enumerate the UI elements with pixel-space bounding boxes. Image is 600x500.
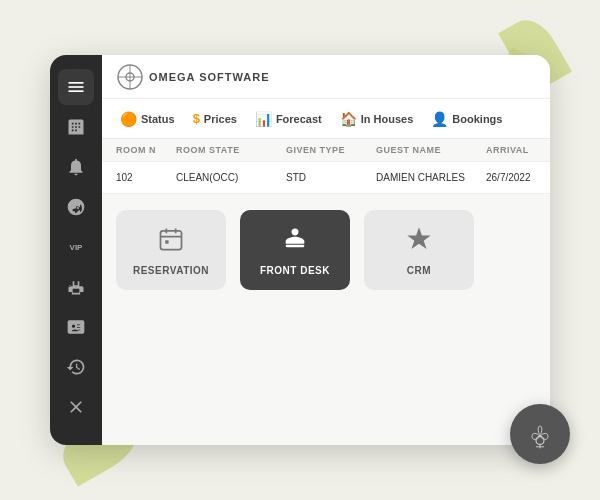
sidebar-item-menu[interactable]: [58, 69, 94, 105]
front-desk-label: FRONT DESK: [260, 265, 330, 276]
svg-rect-2: [69, 90, 84, 92]
action-crm[interactable]: CRM: [364, 210, 474, 290]
col-given-type: GIVEN TYPE: [286, 145, 376, 155]
prices-icon: $: [193, 111, 200, 126]
action-reservation[interactable]: RESERVATION: [116, 210, 226, 290]
svg-marker-12: [407, 227, 430, 249]
col-room-n: ROOM N: [116, 145, 176, 155]
table-header: ROOM N ROOM STATE GIVEN TYPE GUEST NAME …: [102, 139, 550, 162]
inhouses-icon: 🏠: [340, 111, 357, 127]
sidebar-item-vip[interactable]: VIP: [58, 229, 94, 265]
sidebar-item-history[interactable]: [58, 349, 94, 385]
front-desk-icon: [281, 225, 309, 259]
tab-forecast[interactable]: 📊 Forecast: [247, 105, 330, 133]
tab-prices-label: Prices: [204, 113, 237, 125]
app-window: VIP OMEGA SOFTWARE Ma: [50, 55, 550, 445]
main-content: OMEGA SOFTWARE Manager 🔔 👤 ℹ️ 🟠 Status $…: [102, 55, 550, 445]
sidebar-item-notifications[interactable]: [58, 149, 94, 185]
sidebar-item-close[interactable]: [58, 389, 94, 425]
table-row[interactable]: 102 CLEAN(OCC) STD DAMIEN CHARLES 26/7/2…: [102, 162, 550, 194]
tab-bookings[interactable]: 👤 Bookings: [423, 105, 510, 133]
tab-inhouses[interactable]: 🏠 In Houses: [332, 105, 422, 133]
actions-area: RESERVATION FRONT DESK CRM: [102, 194, 550, 298]
header-logo-text: OMEGA SOFTWARE: [149, 71, 270, 83]
reservation-label: RESERVATION: [133, 265, 209, 276]
svg-rect-1: [69, 86, 84, 88]
tab-bookings-label: Bookings: [452, 113, 502, 125]
action-front-desk[interactable]: FRONT DESK: [240, 210, 350, 290]
tab-status[interactable]: 🟠 Status: [112, 105, 183, 133]
tab-inhouses-label: In Houses: [361, 113, 414, 125]
reservation-icon: [157, 225, 185, 259]
header: OMEGA SOFTWARE Manager 🔔 👤 ℹ️: [102, 55, 550, 99]
crm-icon: [405, 225, 433, 259]
col-arrival: ARRIVAL: [486, 145, 550, 155]
crm-label: CRM: [407, 265, 431, 276]
bookings-icon: 👤: [431, 111, 448, 127]
nav-tabs: 🟠 Status $ Prices 📊 Forecast 🏠 In Houses…: [102, 99, 550, 139]
forecast-icon: 📊: [255, 111, 272, 127]
svg-rect-11: [286, 244, 305, 246]
bottom-buttons: Save Print: [102, 298, 550, 338]
tab-prices[interactable]: $ Prices: [185, 105, 245, 132]
sidebar-item-print[interactable]: [58, 269, 94, 305]
col-guest-name: GUEST NAME: [376, 145, 486, 155]
cell-room-n: 102: [116, 172, 176, 183]
logo-icon: [116, 63, 144, 91]
header-logo: OMEGA SOFTWARE: [116, 63, 550, 91]
sidebar-item-globe[interactable]: [58, 189, 94, 225]
col-room-state: ROOM STATE: [176, 145, 286, 155]
sidebar-item-id[interactable]: [58, 309, 94, 345]
cell-guest-name: DAMIEN CHARLES: [376, 172, 486, 183]
sidebar: VIP: [50, 55, 102, 445]
cell-room-state: CLEAN(OCC): [176, 172, 286, 183]
tab-status-label: Status: [141, 113, 175, 125]
cell-arrival: 26/7/2022: [486, 172, 550, 183]
tab-forecast-label: Forecast: [276, 113, 322, 125]
fab-button[interactable]: [510, 404, 570, 464]
sidebar-item-building[interactable]: [58, 109, 94, 145]
lotus-icon: [524, 418, 556, 450]
svg-rect-0: [69, 82, 84, 84]
status-icon: 🟠: [120, 111, 137, 127]
svg-rect-10: [165, 240, 169, 244]
svg-rect-6: [161, 230, 182, 249]
cell-given-type: STD: [286, 172, 376, 183]
